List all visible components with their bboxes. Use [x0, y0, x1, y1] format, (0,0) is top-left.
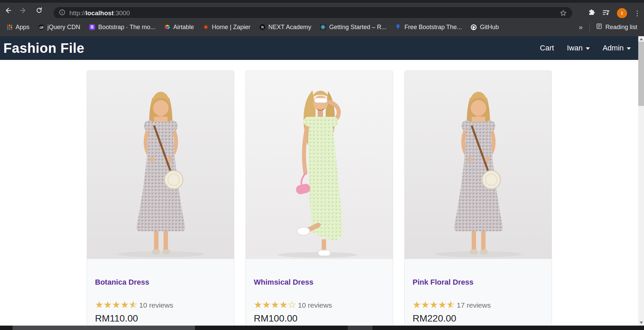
product-image[interactable]	[87, 71, 234, 259]
reading-list-label: Reading list	[605, 24, 637, 31]
star-full-icon: ★	[279, 300, 288, 310]
page-content: Botanica Dress ★★★★☆★ 10 reviews RM110.0…	[0, 60, 638, 326]
scroll-up-arrow[interactable]	[638, 36, 644, 42]
star-rating-icons: ★★★★☆★	[413, 300, 455, 310]
browser-toolbar: http://localhost:3000 I ⋮	[0, 3, 644, 18]
review-count: 10 reviews	[139, 302, 173, 309]
bookmark-next-academy[interactable]: N NEXT Academy	[255, 18, 316, 36]
review-count: 17 reviews	[457, 302, 491, 309]
product-rating: ★★★★☆★ 10 reviews	[95, 300, 226, 310]
star-full-icon: ★	[413, 300, 421, 310]
vertical-scrollbar[interactable]	[638, 36, 644, 326]
product-price: RM110.00	[95, 313, 226, 324]
window-top-edge	[0, 0, 644, 3]
star-full-icon: ★	[430, 300, 438, 310]
info-icon[interactable]	[59, 9, 65, 17]
review-count: 10 reviews	[298, 302, 332, 309]
star-full-icon: ★	[112, 300, 121, 310]
bookmark-getting-started-r[interactable]: Getting Started – R...	[316, 18, 391, 36]
bootstrap-themes-icon	[395, 24, 401, 30]
horizontal-scrollbar-thumb[interactable]	[13, 326, 195, 330]
airtable-icon	[164, 24, 170, 30]
bookmark-apps[interactable]: Apps	[2, 18, 34, 36]
star-full-icon: ★	[271, 300, 279, 310]
horizontal-scrollbar[interactable]	[0, 326, 644, 330]
star-rating-icons: ★★★★☆	[254, 300, 297, 310]
back-button[interactable]	[0, 4, 16, 17]
product-image[interactable]	[246, 71, 393, 259]
chevron-down-icon	[627, 47, 631, 50]
product-title-link[interactable]: Pink Floral Dress	[413, 278, 543, 287]
bookmark-home-zapier[interactable]: Home | Zapier	[198, 18, 255, 36]
address-bar[interactable]: http://localhost:3000	[53, 7, 572, 19]
star-full-icon: ★	[121, 300, 129, 310]
media-playlist-icon[interactable]	[602, 9, 610, 18]
three-dot-menu-icon[interactable]: ⋮	[634, 10, 641, 17]
bookmark-free-bootstrap-the[interactable]: Free Bootstrap The...	[391, 18, 466, 36]
product-price: RM100.00	[254, 313, 385, 324]
jquery-icon	[38, 24, 44, 30]
nav-link-cart[interactable]: Cart	[540, 44, 554, 52]
star-full-icon: ★	[95, 300, 104, 310]
next-academy-icon: N	[259, 24, 265, 30]
vertical-scrollbar-thumb[interactable]	[638, 42, 644, 106]
zapier-icon	[203, 24, 209, 30]
product-card-pink-floral-dress: Pink Floral Dress ★★★★☆★ 17 reviews RM22…	[404, 70, 552, 326]
reading-list-button[interactable]: Reading list	[592, 23, 641, 31]
product-rating: ★★★★☆★ 17 reviews	[413, 300, 543, 310]
product-rating: ★★★★☆ 10 reviews	[254, 300, 385, 310]
star-full-icon: ★	[104, 300, 112, 310]
star-full-icon: ★	[421, 300, 430, 310]
product-price: RM220.00	[413, 313, 543, 324]
nav-link-admin[interactable]: Admin	[603, 44, 631, 52]
bookmarks-bar: Apps jQuery CDN B Bootstrap · The mo... …	[0, 18, 644, 36]
bookmarks-overflow-chevron[interactable]: »	[574, 23, 587, 31]
product-image[interactable]	[405, 71, 552, 259]
extensions-puzzle-icon[interactable]	[588, 9, 595, 18]
site-brand[interactable]: Fashion File	[3, 41, 84, 56]
star-full-icon: ★	[438, 300, 447, 310]
profile-avatar[interactable]: I	[617, 8, 627, 18]
chevron-down-icon	[586, 47, 590, 50]
nav-link-label: Cart	[540, 44, 554, 52]
bookmarks-divider	[589, 23, 590, 31]
horizontal-scrollbar-thumb-secondary[interactable]	[348, 326, 372, 330]
nav-link-iwan[interactable]: Iwan	[567, 44, 589, 52]
site-header: Fashion File CartIwanAdmin	[0, 36, 638, 60]
star-empty-icon: ☆	[288, 300, 296, 310]
url-text[interactable]: http://localhost:3000	[69, 9, 130, 17]
svg-text:N: N	[261, 25, 264, 29]
product-grid: Botanica Dress ★★★★☆★ 10 reviews RM110.0…	[0, 70, 638, 326]
star-half-icon: ☆★	[129, 300, 137, 310]
svg-text:B: B	[91, 25, 94, 29]
scroll-down-arrow[interactable]	[638, 320, 644, 326]
nav-link-label: Admin	[603, 44, 624, 52]
product-card-whimsical-dress: Whimsical Dress ★★★★☆ 10 reviews RM100.0…	[245, 70, 393, 326]
bootstrap-icon: B	[89, 24, 95, 30]
bookmark-bootstrap-the-mo[interactable]: B Bootstrap · The mo...	[85, 18, 160, 36]
bookmark-airtable[interactable]: Airtable	[160, 18, 198, 36]
apps-grid-icon	[6, 24, 13, 30]
nav-link-label: Iwan	[567, 44, 582, 52]
react-icon	[320, 24, 326, 30]
product-title-link[interactable]: Whimsical Dress	[254, 278, 385, 287]
star-rating-icons: ★★★★☆★	[95, 300, 138, 310]
forward-button[interactable]	[16, 4, 31, 17]
reading-list-icon	[596, 23, 602, 31]
product-title-link[interactable]: Botanica Dress	[95, 278, 226, 287]
github-icon	[471, 24, 477, 30]
star-full-icon: ★	[262, 300, 271, 310]
site-nav: CartIwanAdmin	[540, 44, 631, 52]
bookmark-star-icon[interactable]	[560, 9, 567, 17]
reload-button[interactable]	[31, 4, 47, 17]
bookmark-github[interactable]: GitHub	[466, 18, 503, 36]
bookmarks-right-cluster: » Reading list	[574, 23, 641, 31]
product-card-botanica-dress: Botanica Dress ★★★★☆★ 10 reviews RM110.0…	[87, 70, 234, 326]
bookmark-jquery-cdn[interactable]: jQuery CDN	[34, 18, 85, 36]
star-half-icon: ☆★	[447, 300, 455, 310]
star-full-icon: ★	[254, 300, 262, 310]
